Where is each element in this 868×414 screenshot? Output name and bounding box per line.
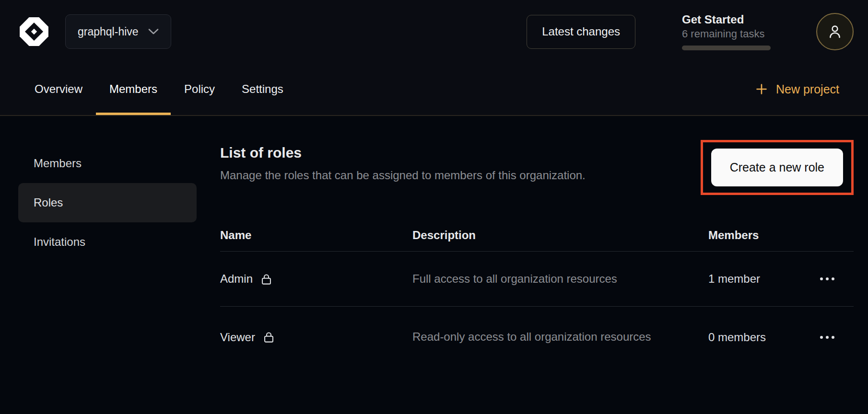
kebab-menu-icon[interactable]	[818, 331, 836, 344]
role-members-count: 0 members	[708, 331, 818, 344]
kebab-menu-icon[interactable]	[818, 273, 836, 285]
sidebar-item-roles[interactable]: Roles	[18, 183, 197, 222]
get-started-subtitle: 6 remaining tasks	[682, 28, 771, 40]
tab-overview[interactable]: Overview	[21, 63, 96, 115]
sidebar-item-members[interactable]: Members	[18, 144, 197, 183]
latest-changes-button[interactable]: Latest changes	[527, 15, 635, 49]
column-header-name: Name	[220, 229, 412, 242]
role-description: Full access to all organization resource…	[412, 271, 652, 288]
annotation-highlight-box: Create a new role	[701, 140, 854, 195]
sidebar-item-invitations[interactable]: Invitations	[18, 222, 197, 262]
lock-icon	[262, 331, 275, 344]
get-started-widget[interactable]: Get Started 6 remaining tasks	[682, 13, 771, 50]
roles-panel-header: List of roles Manage the roles that can …	[220, 144, 854, 195]
tab-bar: Overview Members Policy Settings New pro…	[0, 63, 868, 115]
chevron-down-icon	[148, 28, 159, 35]
hive-logo-icon[interactable]	[18, 16, 50, 47]
roles-table: Name Description Members Admin Full acce…	[220, 219, 854, 368]
column-header-members: Members	[708, 229, 818, 242]
role-description: Read-only access to all organization res…	[412, 329, 652, 345]
user-icon	[826, 23, 844, 40]
members-sidebar: Members Roles Invitations	[18, 144, 197, 262]
new-project-button[interactable]: New project	[755, 82, 839, 96]
tab-settings[interactable]: Settings	[228, 63, 297, 115]
roles-panel: List of roles Manage the roles that can …	[220, 144, 854, 368]
organization-selector[interactable]: graphql-hive	[65, 14, 171, 49]
create-new-role-button[interactable]: Create a new role	[711, 149, 843, 186]
new-project-label: New project	[776, 82, 839, 96]
role-name: Viewer	[220, 331, 255, 344]
table-row-viewer: Viewer Read-only access to all organizat…	[220, 307, 854, 368]
organization-name: graphql-hive	[78, 25, 139, 38]
get-started-title: Get Started	[682, 13, 771, 26]
role-name: Admin	[220, 272, 253, 286]
tab-members[interactable]: Members	[96, 63, 171, 115]
user-avatar-button[interactable]	[816, 13, 854, 50]
get-started-progress-bar	[682, 46, 771, 50]
roles-heading-block: List of roles Manage the roles that can …	[220, 144, 586, 182]
page-subtitle: Manage the roles that can be assigned to…	[220, 169, 586, 182]
role-name-cell: Admin	[220, 272, 412, 286]
role-members-count: 1 member	[708, 272, 818, 286]
role-name-cell: Viewer	[220, 331, 412, 344]
roles-table-header: Name Description Members	[220, 219, 854, 252]
top-bar-row: graphql-hive Latest changes Get Started …	[0, 0, 868, 63]
column-header-description: Description	[412, 229, 708, 242]
table-row-admin: Admin Full access to all organization re…	[220, 252, 854, 307]
plus-icon	[755, 83, 768, 95]
tab-policy[interactable]: Policy	[171, 63, 228, 115]
page-title: List of roles	[220, 144, 586, 161]
content-area: Members Roles Invitations List of roles …	[0, 116, 868, 414]
lock-icon	[260, 273, 273, 286]
top-bar: graphql-hive Latest changes Get Started …	[0, 0, 868, 116]
